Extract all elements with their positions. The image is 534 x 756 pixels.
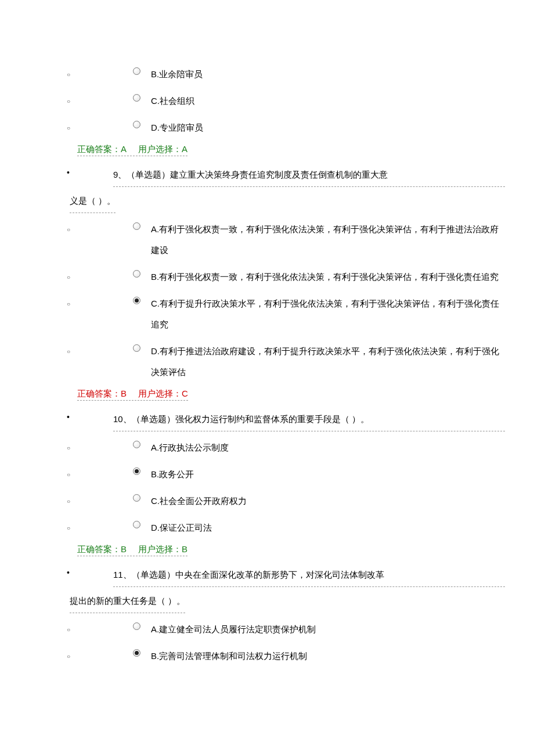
q9: • 9、（单选题）建立重大决策终身责任追究制度及责任倒查机制的重大意 义是（ ）…	[0, 164, 534, 401]
option-text: C.社会全面公开政府权力	[151, 491, 534, 512]
question-body: 11、（单选题）中央在全面深化改革的新形势下，对深化司法体制改革 提出的新的重大…	[70, 564, 534, 613]
question-text-1: 建立重大决策终身责任追究制度及责任倒查机制的重大意	[170, 170, 388, 179]
correct-answer-label: 正确答案：	[77, 544, 121, 554]
q10-answer: 正确答案：B用户选择：B	[0, 544, 534, 556]
radio-wrap[interactable]	[70, 464, 151, 475]
radio-wrap[interactable]	[70, 491, 151, 502]
radio-icon	[133, 521, 140, 528]
radio-icon	[133, 94, 140, 102]
radio-icon	[133, 441, 140, 448]
user-answer-value: A	[182, 144, 187, 154]
list-bullet: ○	[0, 341, 70, 358]
radio-icon	[133, 67, 140, 75]
q9-answer: 正确答案：B用户选择：C	[0, 388, 534, 401]
question-number: 9、	[113, 170, 127, 179]
option-text: D.有利于推进法治政府建设，有利于提升行政决策水平，有利于强化依法决策，有利于强…	[151, 341, 534, 383]
question-type: （单选题）	[132, 570, 175, 579]
list-bullet: ○	[0, 267, 70, 284]
radio-icon	[133, 344, 140, 352]
q8-answer: 正确答案：A用户选择：A	[0, 144, 534, 156]
q9-option-a: ○ A.有利于强化权责一致，有利于强化依法决策，有利于强化决策评估，有利于推进法…	[0, 219, 534, 261]
question-text-2: 义是（ ）。	[70, 190, 116, 213]
question-type: （单选题）	[127, 170, 170, 179]
question-body: 10、（单选题）强化权力运行制约和监督体系的重要手段是（ ）。	[70, 409, 534, 431]
radio-icon	[133, 270, 140, 278]
radio-icon-selected	[133, 467, 140, 475]
option-text: D.专业陪审员	[151, 117, 534, 138]
user-answer-label: 用户选择：	[138, 388, 182, 398]
radio-wrap[interactable]	[70, 341, 151, 352]
radio-wrap[interactable]	[70, 437, 151, 448]
list-bullet: ○	[0, 437, 70, 455]
list-bullet: ○	[0, 646, 70, 663]
option-text: B.业余陪审员	[151, 64, 534, 85]
correct-answer-label: 正确答案：	[77, 388, 121, 398]
question-row: • 11、（单选题）中央在全面深化改革的新形势下，对深化司法体制改革 提出的新的…	[0, 564, 534, 613]
list-bullet: ○	[0, 293, 70, 311]
question-number: 10、	[113, 414, 132, 424]
option-text: B.有利于强化权责一致，有利于强化依法决策，有利于强化决策评估，有利于强化责任追…	[151, 267, 534, 287]
list-bullet: ○	[0, 91, 70, 108]
list-bullet: ○	[0, 219, 70, 236]
question-type: （单选题）	[132, 414, 175, 424]
q11-option-b: ○ B.完善司法管理体制和司法权力运行机制	[0, 646, 534, 667]
q10-option-b: ○ B.政务公开	[0, 464, 534, 485]
question-text: 强化权力运行制约和监督体系的重要手段是（ ）。	[175, 414, 369, 424]
q8-option-d: ○ D.专业陪审员	[0, 117, 534, 138]
option-text: B.完善司法管理体制和司法权力运行机制	[151, 646, 534, 667]
q8-option-c: ○ C.社会组织	[0, 91, 534, 111]
option-text: C.社会组织	[151, 91, 534, 111]
q11-option-a: ○ A.建立健全司法人员履行法定职责保护机制	[0, 619, 534, 640]
list-bullet: ○	[0, 117, 70, 135]
q10-option-c: ○ C.社会全面公开政府权力	[0, 491, 534, 512]
list-bullet: ○	[0, 464, 70, 481]
question-number: 11、	[113, 570, 132, 579]
correct-answer-value: B	[121, 544, 127, 554]
radio-icon	[133, 121, 140, 128]
radio-wrap[interactable]	[70, 64, 151, 75]
q10-option-d: ○ D.保证公正司法	[0, 517, 534, 538]
list-bullet: ○	[0, 619, 70, 636]
question-row: • 9、（单选题）建立重大决策终身责任追究制度及责任倒查机制的重大意 义是（ ）…	[0, 164, 534, 213]
option-text: B.政务公开	[151, 464, 534, 485]
user-answer-label: 用户选择：	[138, 544, 182, 554]
radio-icon	[133, 222, 140, 230]
q9-option-b: ○ B.有利于强化权责一致，有利于强化依法决策，有利于强化决策评估，有利于强化责…	[0, 267, 534, 287]
user-answer-label: 用户选择：	[138, 144, 182, 154]
option-text: D.保证公正司法	[151, 517, 534, 538]
radio-icon-selected	[133, 297, 140, 304]
radio-wrap[interactable]	[70, 293, 151, 304]
option-text: A.有利于强化权责一致，有利于强化依法决策，有利于强化决策评估，有利于推进法治政…	[151, 219, 534, 261]
correct-answer-value: B	[121, 388, 127, 398]
user-answer-value: C	[182, 388, 188, 398]
q9-option-c: ○ C.有利于提升行政决策水平，有利于强化依法决策，有利于强化决策评估，有利于强…	[0, 293, 534, 335]
list-bullet: •	[0, 409, 70, 422]
q11: • 11、（单选题）中央在全面深化改革的新形势下，对深化司法体制改革 提出的新的…	[0, 564, 534, 667]
question-text-1: 中央在全面深化改革的新形势下，对深化司法体制改革	[175, 570, 384, 579]
radio-wrap[interactable]	[70, 619, 151, 630]
radio-wrap[interactable]	[70, 267, 151, 278]
radio-icon	[133, 622, 140, 630]
list-bullet: •	[0, 564, 70, 577]
radio-wrap[interactable]	[70, 117, 151, 128]
correct-answer-label: 正确答案：	[77, 144, 121, 154]
list-bullet: •	[0, 164, 70, 177]
q9-option-d: ○ D.有利于推进法治政府建设，有利于提升行政决策水平，有利于强化依法决策，有利…	[0, 341, 534, 383]
q8-option-b: ○ B.业余陪审员	[0, 64, 534, 85]
list-bullet: ○	[0, 64, 70, 81]
radio-wrap[interactable]	[70, 219, 151, 230]
correct-answer-value: A	[121, 144, 127, 154]
radio-wrap[interactable]	[70, 517, 151, 528]
question-body: 9、（单选题）建立重大决策终身责任追究制度及责任倒查机制的重大意 义是（ ）。	[70, 164, 534, 213]
option-text: C.有利于提升行政决策水平，有利于强化依法决策，有利于强化决策评估，有利于强化责…	[151, 293, 534, 335]
option-text: A.行政执法公示制度	[151, 437, 534, 458]
q10-option-a: ○ A.行政执法公示制度	[0, 437, 534, 458]
q10: • 10、（单选题）强化权力运行制约和监督体系的重要手段是（ ）。 ○ A.行政…	[0, 409, 534, 556]
question-text-2: 提出的新的重大任务是（ ）。	[70, 591, 185, 613]
list-bullet: ○	[0, 491, 70, 508]
radio-wrap[interactable]	[70, 646, 151, 657]
radio-icon	[133, 494, 140, 502]
question-row: • 10、（单选题）强化权力运行制约和监督体系的重要手段是（ ）。	[0, 409, 534, 431]
radio-wrap[interactable]	[70, 91, 151, 102]
radio-icon-selected	[133, 649, 140, 657]
